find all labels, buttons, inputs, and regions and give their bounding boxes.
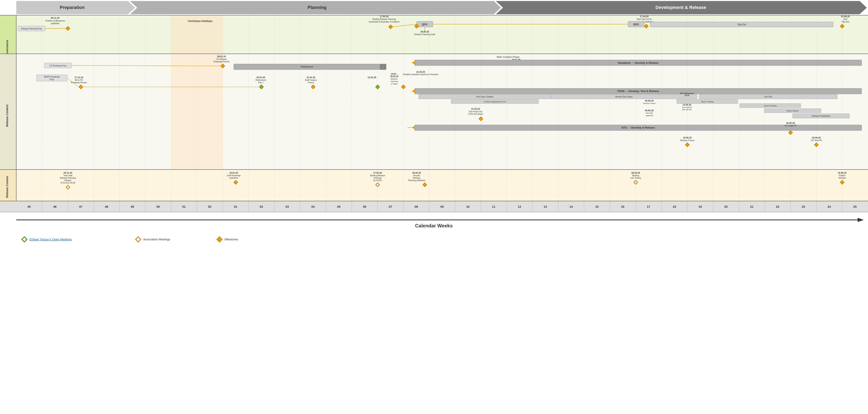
content-date-22jan: 22.01.25 — [256, 76, 265, 78]
content-label-tf-b: Kick off e2e — [682, 109, 692, 111]
week-11: 11 — [492, 205, 495, 208]
content-stable-label: STABLE Deployment 25.03 — [484, 101, 506, 103]
week-16: 16 — [621, 205, 624, 208]
content-date-12feb: 12.02.25 — [368, 76, 376, 78]
content-main-creation: Main Creation Phase — [497, 56, 520, 59]
calendar-weeks-label: Calendar Weeks — [415, 223, 453, 229]
content-date-31jan: 31.01.25 — [307, 76, 315, 78]
gov-label2a: Briefing Release Planning — [372, 18, 396, 20]
comms-date2: 16.01.25 — [229, 172, 238, 174]
content-date-21feb: 21.02.25 — [416, 71, 425, 73]
comms-label1d: R 25.03 & 25.06 — [61, 182, 75, 184]
comms-label2a: Draft Roadmap — [227, 174, 241, 177]
svg-rect-12 — [16, 170, 868, 201]
content-bdpd-label-a: BD/PD Roadmap — [44, 76, 60, 78]
content-label-relplan-b: Planning — [391, 80, 398, 82]
content-date-09jan: 09.01.25 — [217, 55, 226, 58]
gov-date5: 01.06.25 — [841, 15, 850, 18]
comms-label2b: published — [229, 177, 238, 179]
week-51: 51 — [182, 205, 186, 208]
week-52: 52 — [208, 205, 212, 208]
content-waveb-label: Wave B Testing — [764, 105, 777, 107]
content-label-09jan-b: Roadmap Review — [214, 61, 230, 63]
comms-label1a: Town Hall — [63, 174, 72, 177]
content-bdpd-label-b: Prep — [50, 78, 54, 80]
week-47: 47 — [79, 205, 83, 208]
phase-devrel-label: Development & Release — [655, 5, 706, 10]
content-label-optin-a: Opt-In/Opt-Out — [469, 110, 482, 113]
week-05: 05 — [337, 205, 341, 208]
comms-label4c: Planning published — [408, 179, 425, 181]
chart-container: Preparation Planning Development & Relea… — [0, 0, 868, 414]
week-08: 08 — [414, 205, 418, 208]
week-18: 18 — [673, 205, 676, 208]
content-int-deploy2: 25.06 — [685, 95, 689, 97]
content-label-optin-b: of the test phase — [468, 113, 483, 115]
week-23: 23 — [802, 205, 805, 208]
week-45: 45 — [27, 205, 31, 208]
row-comms-label: Release Comms — [5, 176, 9, 198]
gov-label3: Release Planning Gate — [414, 33, 435, 36]
content-kits-label: KITs → Develop & Release — [621, 126, 655, 129]
content-date-kitpr: 26.05.25 — [786, 122, 795, 124]
gov-label5a: End — [844, 18, 847, 20]
phase-prep-label: Preparation — [60, 5, 85, 10]
gov-date4: 17.04.25 — [640, 15, 649, 18]
week-17: 17 — [647, 205, 650, 208]
content-label-relplan-a: Release- — [391, 78, 398, 80]
content-date-testfreeze: 12.05.25 — [683, 104, 691, 106]
week-50: 50 — [156, 205, 160, 208]
comms-label5b: e2e Testing — [631, 177, 641, 179]
comms-label6a: Publish — [839, 174, 846, 177]
comms-label5a: Briefing — [632, 174, 639, 177]
content-label-tf-a: Test Freeze/ — [682, 106, 692, 108]
content-label-22jan-b: Day 1 — [258, 81, 264, 84]
content-label-relfreeze: Release Freeze — [680, 139, 695, 141]
content-retest-label: Retest Defects — [786, 110, 799, 112]
content-label-kitpr: KIT initial PR — [785, 125, 797, 127]
svg-rect-8 — [16, 15, 868, 54]
phase-planning-label: Planning — [308, 5, 327, 10]
content-label-09jan-a: CX Release — [216, 58, 227, 60]
gov-prep-label: Release Planning Prep — [21, 28, 42, 30]
week-02: 02 — [260, 205, 263, 208]
week-49: 49 — [131, 205, 134, 208]
content-label-31jan-b: Freeze — [308, 81, 314, 84]
comms-date1: 25.11.24 — [64, 172, 72, 174]
comms-label6b: Release — [839, 177, 846, 179]
comms-label4b: Release — [413, 177, 421, 179]
content-e2e-label: e2e Test — [764, 96, 772, 98]
week-15: 15 — [595, 205, 599, 208]
comms-date6: 16.06.25 — [838, 172, 847, 174]
gov-date1: 25.11.24 — [51, 16, 60, 19]
content-label-tpa-a: Test Plan — [646, 112, 653, 114]
svg-rect-107 — [0, 229, 868, 245]
week-22: 22 — [776, 205, 779, 208]
week-24: 24 — [828, 205, 831, 208]
comms-label3b: Planning — [374, 177, 382, 179]
content-rtc-label: Review Test Cases — [615, 96, 633, 98]
legend-milestone-label: Milestones — [224, 238, 238, 241]
content-label-relplan-c: (2 days) — [391, 83, 398, 85]
week-48: 48 — [105, 205, 108, 208]
content-label-31jan-a: Draft Feature — [305, 79, 317, 81]
gov-qg1-label: QG1 — [422, 23, 427, 26]
comms-label1c: Review — [65, 179, 71, 181]
content-date-19feb: 19.02 – — [391, 73, 398, 75]
content-refinement-label: Refinement — [301, 65, 313, 68]
week-21: 21 — [750, 205, 753, 208]
gov-qg2-label: QG2 — [633, 23, 639, 26]
week-19: 19 — [699, 205, 702, 208]
content-label-ff: Feature Freeze — [643, 102, 656, 104]
week-06: 06 — [363, 205, 366, 208]
comms-date4: 26.02.25 — [412, 172, 421, 174]
content-relfinalize-label: Release Finalization — [812, 115, 830, 117]
gov-date2: 17.02.25 — [380, 15, 389, 18]
week-12: 12 — [518, 205, 521, 208]
content-label-tpa-b: Approval — [646, 114, 653, 116]
week-03: 03 — [285, 205, 289, 208]
content-int-deploy: INT Deployment — [680, 92, 694, 95]
week-07: 07 — [389, 205, 392, 208]
legend-eclipse-label[interactable]: Eclipse Tractus-X Open Meetings — [29, 238, 72, 241]
svg-rect-111 — [380, 64, 386, 70]
